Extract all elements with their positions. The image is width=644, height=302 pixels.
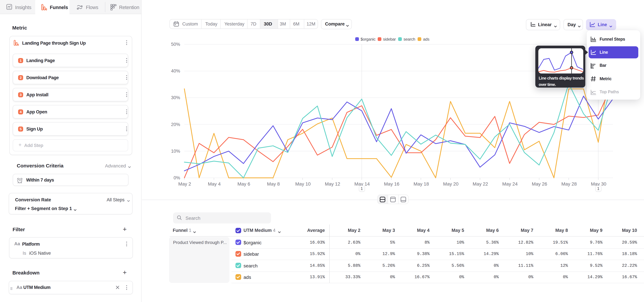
- svg-text:May 12: May 12: [325, 181, 340, 186]
- svg-text:50%: 50%: [171, 42, 180, 47]
- svg-text:0%: 0%: [174, 175, 180, 180]
- svg-text:May 28: May 28: [561, 181, 577, 186]
- svg-text:May 24: May 24: [502, 181, 518, 186]
- svg-text:May 8: May 8: [267, 181, 280, 186]
- svg-text:20%: 20%: [171, 122, 180, 127]
- svg-text:May 26: May 26: [532, 181, 547, 186]
- svg-text:May 10: May 10: [295, 181, 310, 186]
- svg-text:May 22: May 22: [472, 181, 488, 186]
- svg-text:May 18: May 18: [414, 181, 429, 186]
- svg-text:10%: 10%: [171, 149, 180, 154]
- svg-text:40%: 40%: [171, 68, 180, 74]
- svg-text:May 6: May 6: [238, 181, 250, 186]
- svg-text:May 2: May 2: [178, 181, 191, 186]
- svg-text:30%: 30%: [171, 95, 180, 100]
- svg-text:May 16: May 16: [384, 181, 399, 186]
- svg-text:May 20: May 20: [443, 181, 458, 186]
- svg-text:May 4: May 4: [208, 181, 220, 186]
